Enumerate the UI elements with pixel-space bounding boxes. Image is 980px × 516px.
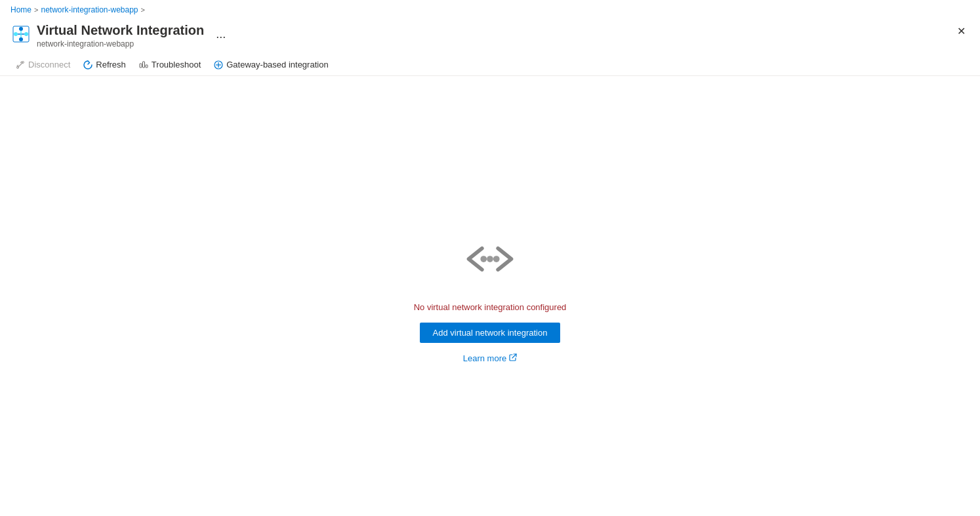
troubleshoot-label: Troubleshoot [152, 60, 201, 69]
svg-point-3 [19, 37, 23, 41]
svg-point-17 [493, 256, 500, 262]
breadcrumb-home[interactable]: Home [10, 5, 31, 14]
svg-point-16 [487, 256, 493, 262]
breadcrumb-webapp[interactable]: network-integration-webapp [41, 5, 138, 14]
learn-more-label: Learn more [463, 353, 506, 363]
svg-point-1 [24, 32, 28, 36]
troubleshoot-button[interactable]: Troubleshoot [134, 56, 206, 73]
svg-point-15 [480, 256, 487, 262]
panel-title-group: Virtual Network Integration network-inte… [37, 22, 204, 49]
add-vnet-integration-button[interactable]: Add virtual network integration [420, 323, 561, 343]
disconnect-button[interactable]: Disconnect [10, 56, 75, 73]
refresh-label: Refresh [96, 60, 126, 69]
disconnect-label: Disconnect [28, 60, 70, 69]
breadcrumb-sep1: > [34, 6, 38, 14]
more-options-button[interactable]: ... [212, 26, 230, 43]
svg-point-8 [17, 66, 19, 68]
empty-status-message: No virtual network integration configure… [414, 302, 567, 312]
breadcrumb: Home > network-integration-webapp > [0, 0, 980, 20]
gateway-label: Gateway-based integration [226, 60, 328, 69]
svg-point-7 [22, 61, 24, 63]
breadcrumb-sep2: > [141, 6, 145, 14]
svg-rect-10 [142, 62, 144, 68]
svg-point-0 [14, 32, 18, 36]
panel-header: Virtual Network Integration network-inte… [0, 20, 980, 54]
gateway-integration-button[interactable]: Gateway-based integration [209, 56, 333, 73]
close-button[interactable]: ✕ [953, 22, 970, 40]
gateway-icon [214, 60, 223, 69]
panel-subtitle: network-integration-webapp [37, 39, 204, 49]
refresh-icon [83, 60, 92, 69]
vnet-icon [10, 24, 31, 45]
disconnect-icon [16, 60, 25, 69]
svg-point-2 [19, 27, 23, 31]
toolbar: Disconnect Refresh Troubleshoot [0, 54, 980, 76]
main-content: No virtual network integration configure… [0, 76, 980, 513]
empty-state-illustration [438, 226, 542, 292]
svg-line-18 [512, 354, 516, 358]
refresh-button[interactable]: Refresh [78, 56, 131, 73]
svg-rect-11 [146, 65, 148, 68]
svg-rect-9 [140, 64, 142, 68]
learn-more-link[interactable]: Learn more [463, 353, 517, 363]
external-link-icon [509, 353, 517, 363]
troubleshoot-icon [139, 60, 148, 69]
panel-title: Virtual Network Integration [37, 22, 204, 38]
